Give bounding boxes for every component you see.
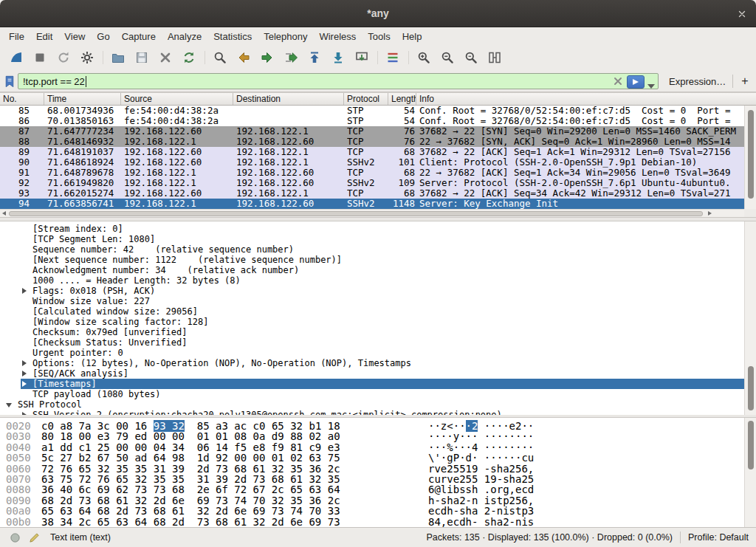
packet-row[interactable]: 9371.662015274192.168.122.60192.168.122.…	[0, 188, 744, 199]
packet-row[interactable]: 9171.648789678192.168.122.1192.168.122.6…	[0, 168, 744, 178]
expander-icon[interactable]	[21, 380, 28, 388]
resize-columns-button[interactable]	[484, 47, 505, 68]
menu-wireless[interactable]: Wireless	[313, 29, 362, 44]
column-header-protocol[interactable]: Protocol	[344, 93, 388, 105]
menu-analyze[interactable]: Analyze	[162, 29, 207, 44]
detail-row[interactable]: [Window size scaling factor: 128]	[0, 317, 744, 327]
expander-icon[interactable]	[6, 401, 13, 408]
detail-row[interactable]: SSH Version 2 (encryption:chacha20-poly1…	[0, 410, 744, 415]
hex-row[interactable]: 003080 18 00 e3 79 ed 00 00 01 01 08 0a …	[0, 431, 744, 441]
hex-row[interactable]: 00a065 63 64 68 2d 73 68 61 32 2d 6e 69 …	[0, 506, 744, 516]
zoom-out-button[interactable]	[437, 47, 458, 68]
add-filter-button[interactable]: +	[737, 72, 753, 89]
column-header-length[interactable]: Length	[388, 93, 416, 105]
expander-icon[interactable]	[21, 370, 28, 377]
scroll-right-icon[interactable]	[708, 211, 712, 216]
save-file-button[interactable]	[131, 47, 152, 68]
go-to-packet-button[interactable]	[281, 47, 301, 68]
hex-row[interactable]: 00b038 34 2c 65 63 64 68 2d 73 68 61 32 …	[0, 517, 744, 527]
detail-row[interactable]: Window size value: 227	[0, 296, 744, 306]
hex-row[interactable]: 008036 40 6c 69 62 73 73 68 2e 6f 72 67 …	[0, 484, 744, 495]
filter-dropdown-button[interactable]	[647, 80, 656, 86]
column-header-info[interactable]: Info	[416, 93, 744, 105]
close-button[interactable]	[733, 5, 750, 22]
capture-comment-button[interactable]	[27, 530, 41, 545]
detail-row[interactable]: Flags: 0x018 (PSH, ACK)	[0, 286, 744, 296]
expression-button[interactable]: Expression…	[664, 73, 730, 89]
go-first-button[interactable]	[304, 47, 325, 68]
colorize-button[interactable]	[382, 47, 403, 68]
menu-tools[interactable]: Tools	[362, 29, 396, 44]
expert-info-button[interactable]	[7, 530, 22, 545]
menu-edit[interactable]: Edit	[30, 29, 58, 44]
expander-icon[interactable]	[21, 359, 28, 367]
detail-row[interactable]: [Next sequence number: 1122 (relative se…	[0, 255, 744, 265]
detail-row[interactable]: [Calculated window size: 29056]	[0, 306, 744, 317]
menu-telephony[interactable]: Telephony	[258, 29, 313, 44]
packet-row[interactable]: 8771.647777234192.168.122.60192.168.122.…	[0, 126, 744, 137]
detail-row[interactable]: Checksum: 0x79ed [unverified]	[0, 327, 744, 337]
detail-row[interactable]: [Stream index: 0]	[0, 224, 744, 234]
find-packet-button[interactable]	[210, 47, 230, 68]
vscroll-thumb[interactable]	[748, 110, 754, 199]
menu-help[interactable]: Help	[396, 29, 428, 44]
packet-list-vscrollbar[interactable]	[744, 106, 756, 209]
filter-bookmark-button[interactable]	[2, 73, 17, 89]
vscroll-thumb[interactable]	[748, 421, 754, 469]
column-header-source[interactable]: Source	[121, 93, 233, 105]
go-back-button[interactable]	[233, 47, 254, 68]
detail-row[interactable]: Sequence number: 42 (relative sequence n…	[0, 244, 744, 255]
hex-row[interactable]: 009068 2d 73 68 61 32 2d 6e 69 73 74 70 …	[0, 495, 744, 506]
detail-row[interactable]: SSH Protocol	[0, 399, 744, 410]
packet-row[interactable]: 8871.648146932192.168.122.1192.168.122.6…	[0, 137, 744, 147]
go-forward-button[interactable]	[257, 47, 278, 68]
bytes-vscrollbar[interactable]	[744, 418, 756, 527]
packet-row[interactable]: 8670.013850163fe:54:00:d4:38:2aSTP54Conf…	[0, 116, 744, 126]
stop-capture-button[interactable]	[30, 47, 50, 68]
hex-row[interactable]: 006072 76 65 32 35 35 31 39 2d 73 68 61 …	[0, 464, 744, 474]
detail-row[interactable]: [Timestamps]	[21, 379, 744, 389]
reload-button[interactable]	[179, 47, 199, 68]
column-header-no[interactable]: No.	[0, 93, 44, 105]
hscroll-thumb[interactable]	[9, 211, 703, 216]
detail-row[interactable]: [Checksum Status: Unverified]	[0, 337, 744, 348]
zoom-original-button[interactable]	[461, 47, 481, 68]
filter-clear-button[interactable]	[612, 76, 624, 88]
packet-row[interactable]: 9471.663856741192.168.122.1192.168.122.6…	[0, 199, 744, 209]
hex-row[interactable]: 007063 75 72 76 65 32 35 35 31 39 2d 73 …	[0, 474, 744, 484]
capture-options-button[interactable]	[77, 47, 97, 68]
packet-row[interactable]: 8971.648191037192.168.122.60192.168.122.…	[0, 147, 744, 157]
expander-icon[interactable]	[21, 287, 28, 295]
vscroll-thumb[interactable]	[748, 366, 754, 410]
menu-file[interactable]: File	[3, 29, 30, 44]
hex-row[interactable]: 00505c 27 b2 67 50 ad 64 98 1d 92 00 00 …	[0, 453, 744, 463]
column-header-time[interactable]: Time	[44, 93, 121, 105]
detail-row[interactable]: Urgent pointer: 0	[0, 348, 744, 358]
menu-statistics[interactable]: Statistics	[207, 29, 258, 44]
display-filter-input[interactable]: !tcp.port == 22	[23, 76, 85, 87]
detail-row[interactable]: 1000 .... = Header Length: 32 bytes (8)	[0, 275, 744, 286]
detail-row[interactable]: Options: (12 bytes), No-Operation (NOP),…	[0, 358, 744, 368]
zoom-in-button[interactable]	[413, 47, 434, 68]
open-file-button[interactable]	[108, 47, 128, 68]
packet-row[interactable]: 9271.661949820192.168.122.1192.168.122.6…	[0, 178, 744, 188]
hex-row[interactable]: 0020c0 a8 7a 3c 00 16 93 32 85 a3 ac c0 …	[0, 421, 744, 431]
detail-row[interactable]: TCP payload (1080 bytes)	[0, 389, 744, 399]
start-capture-button[interactable]	[6, 47, 27, 68]
profile-button[interactable]: Profile: Default	[688, 532, 749, 543]
packet-row[interactable]: 9071.648618924192.168.122.60192.168.122.…	[0, 157, 744, 168]
menu-view[interactable]: View	[58, 29, 91, 44]
filter-apply-button[interactable]	[627, 75, 645, 89]
column-header-destination[interactable]: Destination	[233, 93, 344, 105]
menu-capture[interactable]: Capture	[116, 29, 162, 44]
packet-row[interactable]: 8568.001734936fe:54:00:d4:38:2aSTP54Conf…	[0, 106, 744, 116]
restart-capture-button[interactable]	[53, 47, 74, 68]
menu-go[interactable]: Go	[91, 29, 115, 44]
detail-row[interactable]: [SEQ/ACK analysis]	[0, 368, 744, 379]
detail-row[interactable]: [TCP Segment Len: 1080]	[0, 234, 744, 244]
details-vscrollbar[interactable]	[744, 221, 756, 415]
detail-row[interactable]: Acknowledgment number: 34 (relative ack …	[0, 265, 744, 275]
go-last-button[interactable]	[328, 47, 348, 68]
hex-row[interactable]: 0040a1 dd c1 25 00 00 04 34 06 14 f5 e8 …	[0, 442, 744, 453]
packet-list-hscrollbar[interactable]	[0, 209, 744, 217]
